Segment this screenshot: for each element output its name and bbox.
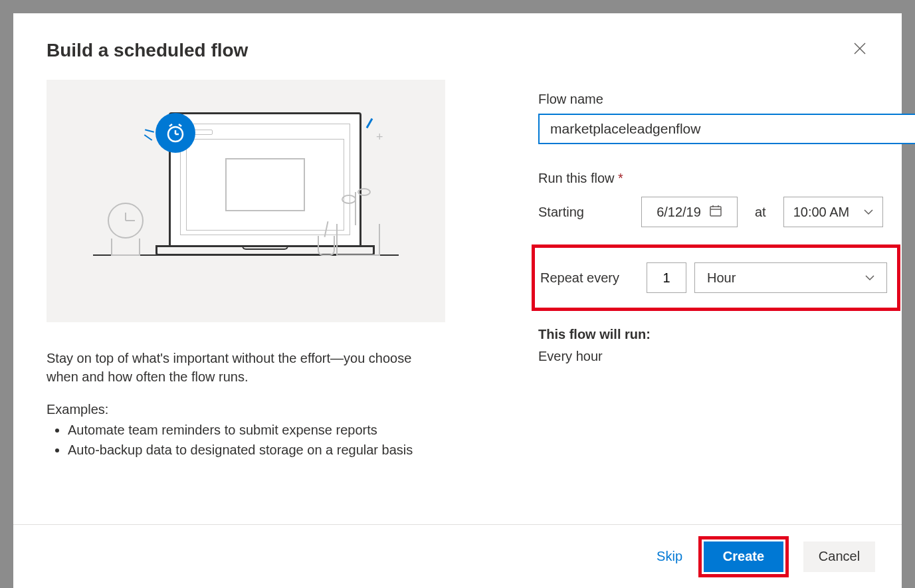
skip-button[interactable]: Skip	[657, 549, 682, 564]
required-asterisk: *	[618, 171, 623, 185]
examples-label: Examples:	[47, 402, 445, 417]
close-button[interactable]	[851, 40, 868, 60]
scheduled-flow-dialog: Build a scheduled flow	[13, 13, 902, 588]
description-text: Stay on top of what's important without …	[47, 349, 445, 386]
at-label: at	[755, 205, 766, 220]
illustration: +	[47, 80, 445, 322]
example-item: Automate team reminders to submit expens…	[68, 420, 445, 440]
summary-label: This flow will run:	[538, 327, 915, 342]
close-icon	[854, 43, 866, 54]
run-flow-label: Run this flow *	[538, 171, 915, 186]
repeat-unit-select[interactable]: Hour	[694, 262, 887, 293]
repeat-row: Repeat every Hour	[532, 245, 900, 311]
starting-time-select[interactable]: 10:00 AM	[783, 197, 883, 227]
chevron-down-icon	[864, 207, 873, 217]
run-flow-label-text: Run this flow	[538, 171, 615, 185]
right-column: Flow name Run this flow * Starting 6/12/…	[538, 80, 915, 518]
example-item: Auto-backup data to designated storage o…	[68, 440, 445, 460]
svg-rect-5	[710, 207, 721, 216]
calendar-icon	[709, 204, 722, 221]
create-button[interactable]: Create	[704, 541, 783, 572]
alarm-clock-icon	[155, 113, 195, 153]
examples-list: Automate team reminders to submit expens…	[47, 420, 445, 460]
flow-name-label: Flow name	[538, 92, 915, 107]
left-column: + Stay on top of what's important withou…	[47, 80, 445, 518]
starting-label: Starting	[538, 205, 641, 220]
repeat-count-input[interactable]	[647, 262, 686, 293]
repeat-label: Repeat every	[540, 270, 647, 286]
starting-date-value: 6/12/19	[657, 205, 701, 220]
starting-date-input[interactable]: 6/12/19	[641, 197, 738, 227]
cancel-button[interactable]: Cancel	[803, 541, 875, 572]
summary-text: Every hour	[538, 349, 915, 364]
flow-name-input[interactable]	[538, 114, 915, 144]
dialog-body: + Stay on top of what's important withou…	[13, 61, 902, 524]
chevron-down-icon	[865, 272, 874, 283]
dialog-title: Build a scheduled flow	[47, 40, 248, 61]
create-highlight: Create	[698, 536, 789, 577]
dialog-footer: Skip Create Cancel	[13, 524, 902, 588]
starting-time-value: 10:00 AM	[793, 205, 850, 220]
repeat-unit-value: Hour	[707, 270, 736, 286]
starting-row: Starting 6/12/19 at 10:00 AM	[538, 193, 915, 231]
dialog-header: Build a scheduled flow	[13, 13, 902, 61]
